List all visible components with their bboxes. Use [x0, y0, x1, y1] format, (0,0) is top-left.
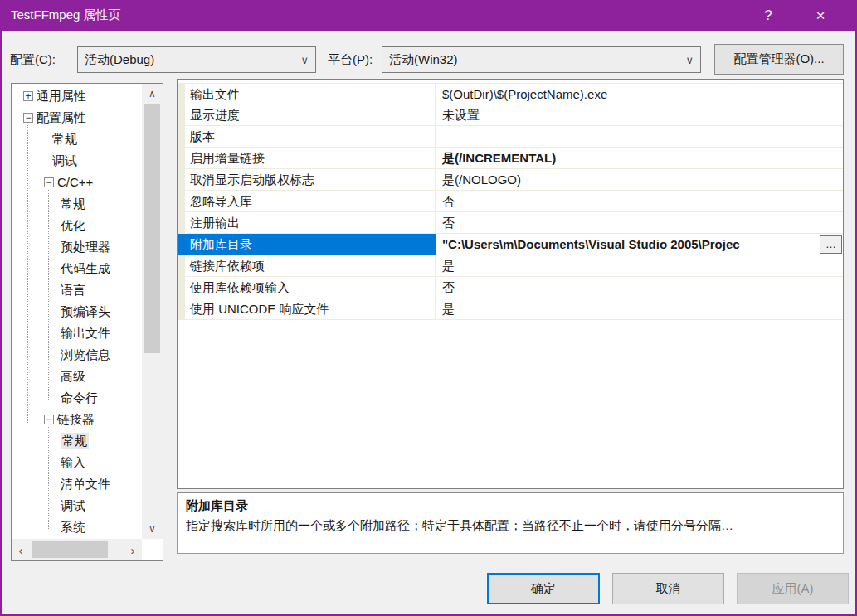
- property-value[interactable]: 是: [436, 255, 843, 276]
- tree-item-linker-general[interactable]: 常规: [12, 430, 142, 452]
- configuration-manager-label: 配置管理器(O)...: [733, 51, 824, 67]
- property-name[interactable]: 忽略导入库: [185, 191, 436, 211]
- row-gutter: [178, 277, 185, 298]
- configuration-label: 配置(C):: [10, 47, 56, 72]
- tree-item-label: 输入: [61, 455, 85, 469]
- tree-item-output-files[interactable]: 输出文件: [12, 323, 142, 344]
- tree-vertical-scrollbar[interactable]: ∧ ∨: [142, 84, 163, 539]
- apply-button-label: 应用(A): [772, 581, 814, 597]
- scroll-up-icon[interactable]: ∧: [142, 84, 163, 104]
- value-text: 是: [442, 255, 455, 276]
- tree-item-label: 命令行: [61, 390, 98, 405]
- row-gutter: [178, 212, 185, 233]
- value-text: 否: [442, 212, 455, 233]
- configuration-manager-button[interactable]: 配置管理器(O)...: [714, 44, 844, 75]
- tree-item-command-line[interactable]: 命令行: [12, 387, 142, 409]
- scroll-left-icon[interactable]: ‹: [12, 539, 30, 560]
- tree-item-debugging[interactable]: 调试: [12, 150, 142, 172]
- tree-item-label: 通用属性: [37, 89, 86, 103]
- tree-item-c-cpp[interactable]: −C/C++: [12, 172, 142, 193]
- tree-item-browse-information[interactable]: 浏览信息: [12, 344, 142, 366]
- ok-button[interactable]: 确定: [487, 573, 600, 604]
- tree-item-label: 常规: [52, 132, 77, 146]
- tree-item-label: 语言: [61, 283, 85, 297]
- tree-item-general[interactable]: 常规: [12, 193, 142, 215]
- tree-item-precompiled-headers[interactable]: 预编译头: [12, 301, 142, 323]
- property-value[interactable]: 是(/INCREMENTAL): [436, 148, 843, 168]
- value-text: 否: [442, 277, 455, 298]
- platform-select[interactable]: 活动(Win32) ∨: [382, 46, 701, 73]
- tree-item-input[interactable]: 输入: [12, 452, 142, 473]
- property-value[interactable]: 是: [436, 298, 843, 319]
- table-row-suppress-startup-banner[interactable]: 取消显示启动版权标志是(/NOLOGO): [178, 169, 843, 191]
- platform-value: 活动(Win32): [389, 52, 680, 68]
- row-gutter: [178, 298, 185, 319]
- tree-item-linker[interactable]: −链接器: [12, 409, 142, 430]
- property-value[interactable]: 否: [436, 212, 843, 233]
- description-title: 附加库目录: [186, 498, 835, 514]
- tree-item-label: 清单文件: [61, 477, 110, 491]
- close-button[interactable]: ×: [801, 0, 840, 31]
- row-gutter: [178, 126, 185, 147]
- tree-item-common-properties[interactable]: +通用属性: [12, 85, 142, 107]
- scroll-right-icon[interactable]: ›: [124, 539, 142, 560]
- property-name[interactable]: 注册输出: [185, 212, 436, 233]
- property-value[interactable]: "C:\Users\m\Documents\Visual Studio 2005…: [436, 234, 843, 255]
- table-row-output-file[interactable]: 输出文件$(OutDir)\$(ProjectName).exe: [178, 83, 843, 104]
- table-row-version[interactable]: 版本: [178, 126, 843, 148]
- collapse-minus-icon[interactable]: −: [44, 177, 54, 187]
- vertical-scrollbar-thumb[interactable]: [144, 104, 160, 353]
- property-value[interactable]: 否: [436, 191, 843, 211]
- property-name[interactable]: 输出文件: [185, 84, 436, 104]
- tree-item-optimization[interactable]: 优化: [12, 215, 142, 236]
- value-text: 是(/NOLOGO): [442, 169, 521, 190]
- browse-button[interactable]: …: [820, 235, 842, 254]
- property-name[interactable]: 版本: [185, 126, 436, 147]
- property-name[interactable]: 显示进度: [185, 104, 436, 125]
- tree-item-system[interactable]: 系统: [12, 517, 142, 538]
- tree-item-label: 系统: [61, 520, 85, 534]
- collapse-minus-icon[interactable]: −: [23, 113, 33, 123]
- tree-item-language[interactable]: 语言: [12, 279, 142, 301]
- property-name[interactable]: 链接库依赖项: [185, 255, 436, 276]
- tree-item-code-generation[interactable]: 代码生成: [12, 258, 142, 279]
- property-value[interactable]: 是(/NOLOGO): [436, 169, 843, 190]
- tree-item-general[interactable]: 常规: [12, 129, 142, 150]
- property-name[interactable]: 取消显示启动版权标志: [185, 169, 436, 190]
- property-name[interactable]: 使用库依赖项输入: [185, 277, 436, 298]
- property-value[interactable]: 否: [436, 277, 843, 298]
- row-gutter: [178, 191, 185, 211]
- property-value[interactable]: [436, 126, 843, 147]
- table-row-use-unicode-response-files[interactable]: 使用 UNICODE 响应文件是: [178, 298, 843, 320]
- category-tree: +通用属性 −配置属性 常规 调试 −C/C++ 常规 优化 预处理器 代码生成…: [12, 85, 142, 539]
- cancel-button[interactable]: 取消: [612, 573, 724, 604]
- table-row-link-library-dependencies[interactable]: 链接库依赖项是: [178, 255, 843, 277]
- table-row-incremental-linking[interactable]: 启用增量链接是(/INCREMENTAL): [178, 148, 843, 169]
- configuration-select[interactable]: 活动(Debug) ∨: [77, 46, 316, 73]
- expand-plus-icon[interactable]: +: [23, 91, 33, 101]
- tree-horizontal-scrollbar[interactable]: ‹ ›: [12, 539, 142, 560]
- table-row-register-output[interactable]: 注册输出否: [178, 212, 843, 234]
- table-row-ignore-import-library[interactable]: 忽略导入库否: [178, 191, 843, 212]
- tree-item-preprocessor[interactable]: 预处理器: [12, 236, 142, 258]
- property-value[interactable]: $(OutDir)\$(ProjectName).exe: [436, 84, 843, 104]
- collapse-minus-icon[interactable]: −: [44, 415, 54, 424]
- tree-item-linker-debugging[interactable]: 调试: [12, 495, 142, 517]
- property-value[interactable]: 未设置: [436, 104, 843, 125]
- property-name[interactable]: 使用 UNICODE 响应文件: [185, 298, 436, 319]
- horizontal-scrollbar-thumb[interactable]: [32, 541, 108, 558]
- chevron-down-icon: ∨: [685, 54, 694, 66]
- table-row-additional-library-directories[interactable]: 附加库目录"C:\Users\m\Documents\Visual Studio…: [178, 234, 843, 255]
- table-row-use-library-dependency-inputs[interactable]: 使用库依赖项输入否: [178, 277, 843, 298]
- scroll-down-icon[interactable]: ∨: [142, 519, 163, 539]
- help-button[interactable]: ?: [749, 0, 787, 31]
- row-gutter: [178, 169, 185, 190]
- tree-item-advanced[interactable]: 高级: [12, 366, 142, 387]
- property-name[interactable]: 附加库目录: [185, 234, 436, 255]
- tree-item-manifest-file[interactable]: 清单文件: [12, 473, 142, 495]
- table-row-show-progress[interactable]: 显示进度未设置: [178, 104, 843, 126]
- tree-item-configuration-properties[interactable]: −配置属性: [12, 107, 142, 129]
- property-name[interactable]: 启用增量链接: [185, 148, 436, 168]
- tree-item-label: 配置属性: [37, 110, 86, 124]
- window-title: TestFFmpeg 属性页: [0, 7, 121, 23]
